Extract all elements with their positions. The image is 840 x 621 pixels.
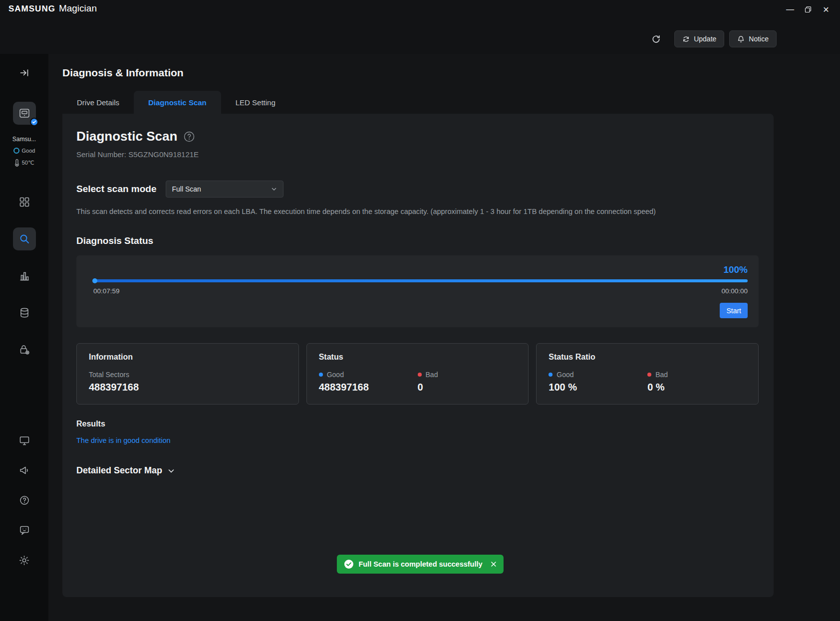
status-card: Status Good 488397168 Bad <box>306 343 529 405</box>
refresh-button[interactable] <box>647 30 664 47</box>
diagnosis-status-heading: Diagnosis Status <box>76 235 759 246</box>
bar-chart-icon <box>19 270 30 281</box>
sidebar-item-help[interactable] <box>15 491 33 509</box>
ratio-good-value: 100 % <box>549 382 647 393</box>
dashboard-grid-icon <box>19 197 30 207</box>
sector-map-heading: Detailed Sector Map <box>76 465 162 476</box>
progress-percent: 100% <box>93 264 748 275</box>
main-content: Diagnosis & Information Drive Details Di… <box>48 54 840 621</box>
results-text: The drive is in good condition <box>76 436 759 444</box>
sidebar-item-data-management[interactable] <box>13 301 36 324</box>
health-label: Good <box>22 148 35 154</box>
information-card: Information Total Sectors 488397168 <box>76 343 299 405</box>
lock-gear-icon <box>19 344 30 355</box>
page-title: Diagnosis & Information <box>62 67 840 79</box>
scan-mode-value: Full Scan <box>172 185 201 193</box>
refresh-icon <box>651 34 661 44</box>
drive-health: Good <box>13 148 35 154</box>
summary-cards: Information Total Sectors 488397168 Stat… <box>76 343 759 405</box>
sidebar-item-performance[interactable] <box>13 264 36 287</box>
restore-icon <box>805 6 812 13</box>
sidebar-nav <box>13 191 36 375</box>
brand-magician: Magician <box>59 3 97 14</box>
panel-heading: Diagnostic Scan <box>76 129 177 144</box>
progress-handle <box>92 278 97 283</box>
gear-icon <box>18 555 30 566</box>
elapsed-time: 00:07:59 <box>93 287 120 295</box>
sidebar-item-settings[interactable] <box>15 551 33 569</box>
sidebar-item-feedback[interactable] <box>15 521 33 539</box>
chat-bubble-icon <box>19 525 30 536</box>
health-ring-icon <box>13 148 19 154</box>
sidebar-item-dashboard[interactable] <box>13 191 36 213</box>
chevron-down-icon <box>167 467 175 475</box>
good-dot-icon <box>319 373 323 377</box>
toast-notification: Full Scan is completed successfully <box>336 555 503 574</box>
diagnostic-scan-panel: Diagnostic Scan Serial Number: S5GZNG0N9… <box>62 114 774 597</box>
tab-drive-details[interactable]: Drive Details <box>62 91 134 114</box>
results-heading: Results <box>76 419 759 428</box>
scan-mode-dropdown[interactable]: Full Scan <box>166 181 283 198</box>
app-header: SAMSUNG Magician — ✕ <box>0 0 840 54</box>
scan-description: This scan detects and corrects read erro… <box>76 207 759 215</box>
database-icon <box>19 307 30 318</box>
brand-samsung: SAMSUNG <box>8 4 55 14</box>
megaphone-icon <box>19 465 30 476</box>
status-bad-value: 0 <box>418 382 517 393</box>
update-icon <box>682 35 690 43</box>
help-tooltip-icon[interactable] <box>183 131 195 143</box>
status-bad-label: Bad <box>426 371 438 379</box>
sidebar-item-security[interactable] <box>13 338 36 361</box>
restore-button[interactable] <box>799 2 817 17</box>
detailed-sector-map-toggle[interactable]: Detailed Sector Map <box>76 465 759 476</box>
notice-label: Notice <box>749 35 769 43</box>
sidebar-bottom-nav <box>15 431 33 569</box>
toast-message: Full Scan is completed successfully <box>358 560 482 568</box>
monitor-icon <box>19 435 30 446</box>
drive-name: Samsu... <box>12 136 36 143</box>
temperature-value: 50℃ <box>22 160 34 166</box>
select-scan-mode-label: Select scan mode <box>76 184 157 195</box>
chevron-down-icon <box>271 186 277 192</box>
ratio-bad-value: 0 % <box>647 382 746 393</box>
status-ratio-card-title: Status Ratio <box>549 353 746 362</box>
bad-dot-icon <box>418 373 422 377</box>
thermometer-icon <box>14 159 19 167</box>
help-circle-icon <box>19 495 30 506</box>
information-card-title: Information <box>89 353 286 362</box>
bad-dot-icon <box>647 373 651 377</box>
ratio-good-label: Good <box>557 371 573 379</box>
drive-temperature: 50℃ <box>14 159 34 167</box>
toast-close-button[interactable] <box>491 561 497 567</box>
sidebar-item-diagnosis[interactable] <box>13 227 36 250</box>
close-button[interactable]: ✕ <box>817 2 835 17</box>
sidebar-expand-button[interactable] <box>17 66 31 80</box>
remaining-time: 00:00:00 <box>721 287 748 295</box>
status-good-label: Good <box>327 371 344 379</box>
expand-arrow-icon <box>19 68 29 78</box>
ratio-bad-label: Bad <box>655 371 668 379</box>
status-ratio-card: Status Ratio Good 100 % B <box>536 343 759 405</box>
tab-diagnostic-scan[interactable]: Diagnostic Scan <box>134 91 221 114</box>
toolbar: Update Notice <box>647 30 777 47</box>
drive-selector[interactable] <box>13 102 36 125</box>
tab-led-setting[interactable]: LED Setting <box>221 91 290 114</box>
serial-number: Serial Number: S5GZNG0N918121E <box>76 150 759 159</box>
search-icon <box>19 233 30 244</box>
minimize-button[interactable]: — <box>781 2 799 17</box>
status-card-title: Status <box>319 353 517 362</box>
sidebar-item-system[interactable] <box>15 431 33 449</box>
notice-button[interactable]: Notice <box>729 30 777 47</box>
start-button[interactable]: Start <box>720 303 748 318</box>
update-button[interactable]: Update <box>674 30 724 47</box>
progress-bar <box>93 279 748 282</box>
sidebar: Samsu... Good 50℃ <box>0 54 48 621</box>
ssd-drive-icon <box>18 107 31 120</box>
layout: Samsu... Good 50℃ <box>0 54 840 621</box>
success-check-icon <box>343 559 353 569</box>
drive-check-badge-icon <box>30 118 38 126</box>
status-good-value: 488397168 <box>319 382 418 393</box>
sidebar-item-announcements[interactable] <box>15 461 33 479</box>
tab-bar: Drive Details Diagnostic Scan LED Settin… <box>62 91 840 114</box>
total-sectors-label: Total Sectors <box>89 371 286 379</box>
